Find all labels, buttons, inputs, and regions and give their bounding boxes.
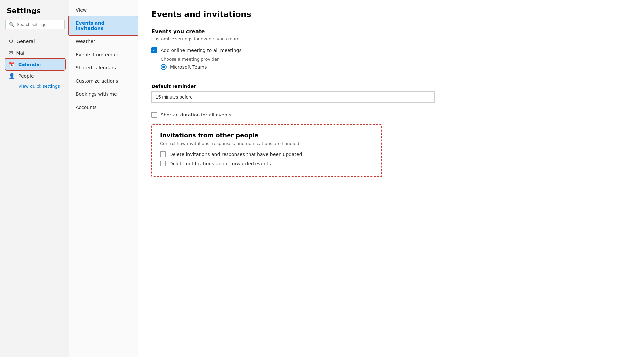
sidebar-item-people[interactable]: 👤 People: [5, 70, 65, 82]
shorten-duration-label: Shorten duration for all events: [161, 112, 231, 117]
sidebar: Settings 🔍 ⚙ General ✉ Mail 📅 Calendar 👤…: [0, 0, 69, 357]
invitations-desc: Control how invitations, responses, and …: [160, 141, 373, 146]
microsoft-teams-radio[interactable]: [161, 64, 167, 70]
delete-notifications-label: Delete notifications about forwarded eve…: [169, 161, 271, 166]
middle-item-events-from-email[interactable]: Events from email: [69, 48, 138, 61]
search-input[interactable]: [17, 22, 61, 27]
middle-item-weather[interactable]: Weather: [69, 35, 138, 48]
delete-invitations-label: Delete invitations and responses that ha…: [169, 152, 302, 157]
sidebar-item-people-label: People: [18, 73, 34, 79]
middle-item-customize-actions[interactable]: Customize actions: [69, 74, 138, 88]
choose-provider-label: Choose a meeting provider: [161, 57, 631, 62]
divider-1: [151, 77, 631, 77]
reminder-select[interactable]: 15 minutes before: [151, 91, 435, 103]
middle-item-accounts[interactable]: Accounts: [69, 101, 138, 114]
middle-column: View Events and invitations Weather Even…: [69, 0, 138, 357]
calendar-icon: 📅: [9, 61, 15, 67]
microsoft-teams-label: Microsoft Teams: [170, 64, 207, 70]
default-reminder-label: Default reminder: [151, 84, 631, 89]
invitations-title: Invitations from other people: [160, 132, 373, 139]
middle-item-view[interactable]: View: [69, 3, 138, 16]
gear-icon: ⚙: [9, 38, 13, 44]
sidebar-item-general-label: General: [16, 39, 35, 44]
sidebar-item-calendar-label: Calendar: [18, 62, 41, 67]
middle-item-shared-calendars[interactable]: Shared calendars: [69, 61, 138, 74]
view-quick-settings-link[interactable]: View quick settings: [5, 82, 69, 90]
main-content: Events and invitations Events you create…: [138, 0, 644, 357]
sidebar-item-general[interactable]: ⚙ General: [5, 36, 65, 47]
search-box[interactable]: 🔍: [5, 20, 65, 29]
delete-notifications-checkbox[interactable]: [160, 161, 166, 166]
events-you-create-desc: Customize settings for events you create…: [151, 37, 631, 41]
delete-invitations-row: Delete invitations and responses that ha…: [160, 151, 373, 157]
search-icon: 🔍: [9, 22, 14, 27]
invitations-section: Invitations from other people Control ho…: [151, 124, 382, 177]
microsoft-teams-radio-row: Microsoft Teams: [161, 64, 631, 70]
page-title: Events and invitations: [151, 10, 631, 19]
middle-item-events-invitations[interactable]: Events and invitations: [69, 16, 138, 35]
middle-item-bookings-with-me[interactable]: Bookings with me: [69, 88, 138, 101]
add-online-meeting-label: Add online meeting to all meetings: [161, 48, 242, 53]
sidebar-title: Settings: [5, 7, 69, 15]
sidebar-item-mail-label: Mail: [16, 50, 25, 56]
shorten-duration-checkbox[interactable]: [151, 112, 157, 118]
people-icon: 👤: [9, 73, 15, 79]
delete-notifications-row: Delete notifications about forwarded eve…: [160, 161, 373, 166]
delete-invitations-checkbox[interactable]: [160, 151, 166, 157]
default-reminder-section: Default reminder 15 minutes before: [151, 84, 631, 103]
provider-section: Choose a meeting provider Microsoft Team…: [161, 57, 631, 70]
add-online-meeting-row: Add online meeting to all meetings: [151, 47, 631, 53]
shorten-duration-row: Shorten duration for all events: [151, 112, 631, 118]
sidebar-item-mail[interactable]: ✉ Mail: [5, 47, 65, 59]
events-you-create-title: Events you create: [151, 28, 631, 35]
mail-icon: ✉: [9, 50, 13, 56]
events-you-create-section: Events you create Customize settings for…: [151, 28, 631, 70]
add-online-meeting-checkbox[interactable]: [151, 47, 157, 53]
sidebar-item-calendar[interactable]: 📅 Calendar: [5, 59, 65, 70]
